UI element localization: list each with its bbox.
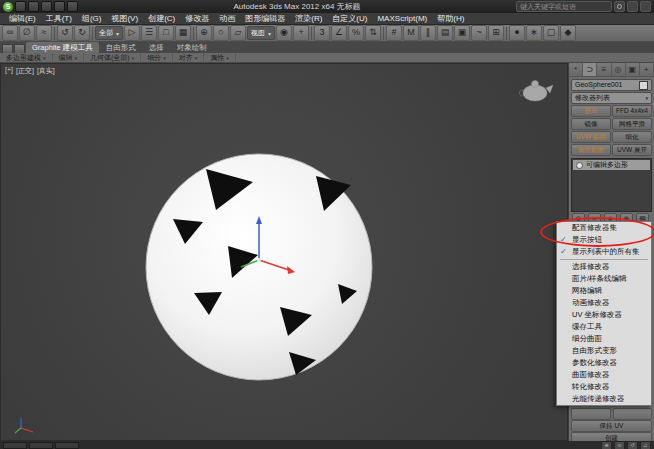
modifier-button-bevel-profile[interactable]: 倒角剖面 xyxy=(571,144,611,156)
render-production-icon[interactable]: ◆ xyxy=(560,25,576,41)
schematic-view-icon[interactable]: ⊞ xyxy=(488,25,504,41)
tab-selection[interactable]: 选择 xyxy=(143,42,170,53)
spinner-snap-icon[interactable]: ⇅ xyxy=(365,25,381,41)
rendered-frame-icon[interactable]: ▢ xyxy=(543,25,559,41)
select-rotate-icon[interactable]: ○ xyxy=(213,25,229,41)
context-menu-item-freeform-deformations[interactable]: 自由形式变形 xyxy=(557,345,651,357)
tab-freeform[interactable]: 自由形式 xyxy=(100,42,142,53)
context-menu-item-parametric-modifiers[interactable]: 参数化修改器 xyxy=(557,357,651,369)
context-menu-item-cache-tools[interactable]: 缓存工具 xyxy=(557,321,651,333)
menu-group[interactable]: 组(G) xyxy=(77,13,107,25)
tab-display-icon[interactable]: ▣ xyxy=(626,63,640,76)
rollout-button[interactable] xyxy=(613,408,653,420)
menu-edit[interactable]: 编辑(E) xyxy=(4,13,41,25)
stack-item-editable-poly[interactable]: 可编辑多边形 xyxy=(573,160,650,170)
modifier-button-extrude[interactable]: 挤出 xyxy=(571,105,611,117)
tab-modify-icon[interactable]: ⊃ xyxy=(583,63,597,76)
context-menu-item-conversion-modifiers[interactable]: 转化修改器 xyxy=(557,381,651,393)
window-crossing-icon[interactable]: ▦ xyxy=(175,25,191,41)
teapot-widget[interactable] xyxy=(519,81,553,102)
zoom-extents-icon[interactable]: ⊙ xyxy=(614,441,625,449)
tab-object-paint[interactable]: 对象绘制 xyxy=(171,42,213,53)
modifier-stack[interactable]: 可编辑多边形 xyxy=(571,158,652,212)
search-input[interactable] xyxy=(516,1,612,12)
modifier-button-tessellate[interactable]: 细化 xyxy=(612,131,652,143)
viewport[interactable]: [+] [正交] [真实] xyxy=(0,63,568,441)
reference-coordinate-dropdown[interactable]: 视图 ▾ xyxy=(247,26,275,40)
modifier-button-uvw-unwrap[interactable]: UVW 展开 xyxy=(612,144,652,156)
context-menu-item-mesh-editing[interactable]: 网格编辑 xyxy=(557,285,651,297)
tab-hierarchy-icon[interactable]: ≡ xyxy=(597,63,611,76)
rollout-button[interactable] xyxy=(571,408,611,420)
context-menu-item-animation-modifiers[interactable]: 动画修改器 xyxy=(557,297,651,309)
viewport-menu-shading[interactable]: [真实] xyxy=(37,66,55,76)
orbit-icon[interactable]: ↺ xyxy=(627,441,638,449)
material-editor-icon[interactable]: ● xyxy=(509,25,525,41)
tab-motion-icon[interactable]: ◎ xyxy=(612,63,626,76)
named-selection-sets-icon[interactable]: # xyxy=(386,25,402,41)
layer-manager-icon[interactable]: ▤ xyxy=(437,25,453,41)
curve-editor-icon[interactable]: ~ xyxy=(471,25,487,41)
open-file-icon[interactable] xyxy=(28,1,39,12)
select-by-name-icon[interactable]: ☰ xyxy=(141,25,157,41)
search-icon[interactable] xyxy=(614,1,625,12)
qat-undo-icon[interactable] xyxy=(54,1,65,12)
select-link-icon[interactable]: ∞ xyxy=(2,25,18,41)
modifier-button-ffd-4x4x4[interactable]: FFD 4x4x4 xyxy=(612,105,652,117)
graphite-toggle-icon[interactable]: ▣ xyxy=(454,25,470,41)
use-pivot-center-icon[interactable]: ◉ xyxy=(276,25,292,41)
selection-region-icon[interactable]: □ xyxy=(158,25,174,41)
object-color-swatch[interactable] xyxy=(639,81,648,90)
modifier-button-mirror[interactable]: 镜像 xyxy=(571,118,611,130)
menu-modifiers[interactable]: 修改器 xyxy=(180,13,214,25)
context-menu-item-show-all-sets[interactable]: ✓显示列表中的所有集 xyxy=(557,246,651,258)
modifier-button-uvw-map[interactable]: UVW 贴图 xyxy=(571,131,611,143)
app-logo-icon[interactable]: S xyxy=(3,2,13,12)
context-menu-item-configure-modifier-sets[interactable]: 配置修改器集 xyxy=(557,222,651,234)
viewport-menu-plus[interactable]: [+] xyxy=(5,66,13,76)
modifier-list-dropdown[interactable]: 修改器列表 ▾ xyxy=(571,92,652,104)
select-scale-icon[interactable]: ▱ xyxy=(230,25,246,41)
menu-create[interactable]: 创建(C) xyxy=(143,13,180,25)
bind-spacewarp-icon[interactable]: ≈ xyxy=(36,25,52,41)
menu-animation[interactable]: 动画 xyxy=(214,13,240,25)
redo-icon[interactable]: ↻ xyxy=(74,25,90,41)
help-icon[interactable] xyxy=(640,1,651,12)
select-manipulate-icon[interactable]: + xyxy=(293,25,309,41)
menu-rendering[interactable]: 渲染(R) xyxy=(290,13,327,25)
object-name-field[interactable]: GeoSphere001 xyxy=(571,79,652,91)
align-icon[interactable]: ∥ xyxy=(420,25,436,41)
menu-maxscript[interactable]: MAXScript(M) xyxy=(372,13,432,25)
save-file-icon[interactable] xyxy=(41,1,52,12)
select-object-icon[interactable]: ▷ xyxy=(124,25,140,41)
new-scene-icon[interactable] xyxy=(15,1,26,12)
ribbon-panel-align[interactable]: 对齐▾ xyxy=(173,53,205,63)
viewport-menu-view[interactable]: [正交] xyxy=(16,66,34,76)
ribbon-panel-geometry-all[interactable]: 几何体(全部)▾ xyxy=(84,53,141,63)
visibility-bulb-icon[interactable] xyxy=(576,162,583,169)
maximize-viewport-icon[interactable]: ▱ xyxy=(640,441,651,449)
render-setup-icon[interactable]: ∗ xyxy=(526,25,542,41)
percent-snap-icon[interactable]: % xyxy=(348,25,364,41)
context-menu-item-uv-coordinate-modifiers[interactable]: UV 坐标修改器 xyxy=(557,309,651,321)
context-menu-item-patch-spline-editing[interactable]: 面片/样条线编辑 xyxy=(557,273,651,285)
unlink-selection-icon[interactable]: ∅ xyxy=(19,25,35,41)
zoom-icon[interactable]: ⊕ xyxy=(601,441,612,449)
ribbon-panel-polygon-modeling[interactable]: 多边形建模▾ xyxy=(0,53,53,63)
ribbon-panel-edit[interactable]: 编辑▾ xyxy=(53,53,85,63)
qat-redo-icon[interactable] xyxy=(67,1,78,12)
menu-graph-editors[interactable]: 图形编辑器 xyxy=(240,13,290,25)
menu-customize[interactable]: 自定义(U) xyxy=(327,13,372,25)
ribbon-panel-subdivision[interactable]: 细分▾ xyxy=(141,53,173,63)
undo-icon[interactable]: ↺ xyxy=(57,25,73,41)
mirror-icon[interactable]: M xyxy=(403,25,419,41)
menu-tools[interactable]: 工具(T) xyxy=(41,13,77,25)
community-icon[interactable] xyxy=(627,1,638,12)
tab-create-icon[interactable]: * xyxy=(569,63,583,76)
menu-help[interactable]: 帮助(H) xyxy=(432,13,469,25)
tab-graphite-modeling[interactable]: Graphite 建模工具 xyxy=(26,42,99,53)
selection-filter-dropdown[interactable]: 全部 ▾ xyxy=(95,26,123,40)
viewport-canvas[interactable] xyxy=(1,64,567,440)
select-move-icon[interactable]: ⊕ xyxy=(196,25,212,41)
context-menu-item-show-buttons[interactable]: ✓显示按钮 xyxy=(557,234,651,246)
